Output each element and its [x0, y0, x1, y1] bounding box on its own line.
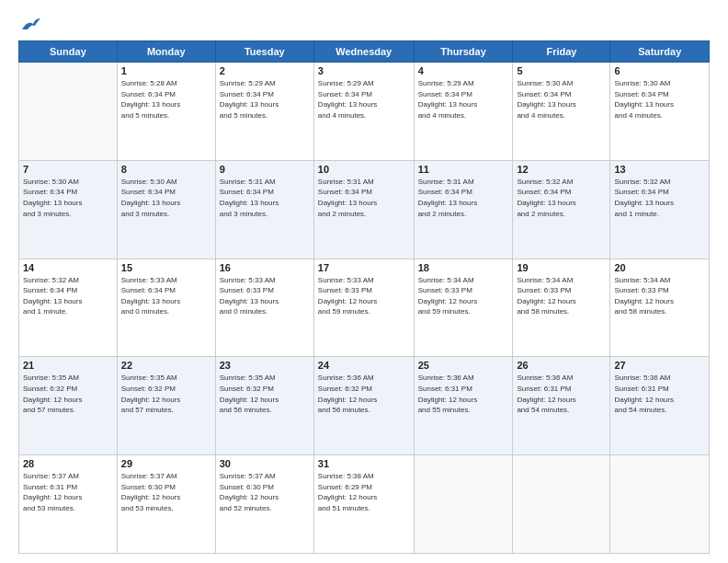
day-header-thursday: Thursday — [414, 41, 513, 63]
day-number: 28 — [23, 458, 113, 469]
calendar-cell: 9Sunrise: 5:31 AM Sunset: 6:34 PM Daylig… — [215, 160, 313, 259]
calendar-cell: 29Sunrise: 5:37 AM Sunset: 6:30 PM Dayli… — [117, 455, 215, 554]
calendar-week-2: 14Sunrise: 5:32 AM Sunset: 6:34 PM Dayli… — [19, 259, 710, 357]
day-number: 16 — [220, 262, 310, 273]
calendar-cell: 12Sunrise: 5:32 AM Sunset: 6:34 PM Dayli… — [513, 160, 610, 259]
cell-info: Sunrise: 5:30 AM Sunset: 6:34 PM Dayligh… — [121, 177, 211, 219]
cell-info: Sunrise: 5:29 AM Sunset: 6:34 PM Dayligh… — [418, 78, 509, 121]
cell-info: Sunrise: 5:30 AM Sunset: 6:34 PM Dayligh… — [23, 177, 113, 219]
calendar-cell: 21Sunrise: 5:35 AM Sunset: 6:32 PM Dayli… — [19, 357, 118, 455]
day-header-wednesday: Wednesday — [313, 41, 414, 63]
calendar-cell: 27Sunrise: 5:36 AM Sunset: 6:31 PM Dayli… — [610, 357, 710, 455]
calendar-week-0: 1Sunrise: 5:28 AM Sunset: 6:34 PM Daylig… — [19, 63, 710, 161]
calendar-cell: 10Sunrise: 5:31 AM Sunset: 6:34 PM Dayli… — [313, 160, 414, 259]
calendar-cell: 4Sunrise: 5:29 AM Sunset: 6:34 PM Daylig… — [414, 63, 513, 161]
day-number: 10 — [318, 164, 410, 175]
logo — [18, 17, 40, 33]
day-number: 21 — [23, 360, 113, 371]
cell-info: Sunrise: 5:33 AM Sunset: 6:34 PM Dayligh… — [121, 275, 211, 317]
calendar-cell: 31Sunrise: 5:38 AM Sunset: 6:29 PM Dayli… — [313, 455, 414, 554]
calendar-table: SundayMondayTuesdayWednesdayThursdayFrid… — [18, 40, 710, 554]
cell-info: Sunrise: 5:37 AM Sunset: 6:31 PM Dayligh… — [23, 471, 113, 513]
cell-info: Sunrise: 5:32 AM Sunset: 6:34 PM Dayligh… — [517, 177, 606, 219]
day-number: 30 — [220, 458, 310, 469]
day-header-sunday: Sunday — [19, 41, 118, 63]
calendar-cell: 6Sunrise: 5:30 AM Sunset: 6:34 PM Daylig… — [610, 63, 710, 161]
calendar-cell: 1Sunrise: 5:28 AM Sunset: 6:34 PM Daylig… — [117, 63, 215, 161]
calendar-cell: 22Sunrise: 5:35 AM Sunset: 6:32 PM Dayli… — [117, 357, 215, 455]
cell-info: Sunrise: 5:32 AM Sunset: 6:34 PM Dayligh… — [23, 275, 113, 317]
day-number: 25 — [418, 360, 509, 371]
cell-info: Sunrise: 5:28 AM Sunset: 6:34 PM Dayligh… — [121, 78, 211, 121]
calendar-cell: 17Sunrise: 5:33 AM Sunset: 6:33 PM Dayli… — [313, 259, 414, 357]
calendar-cell: 28Sunrise: 5:37 AM Sunset: 6:31 PM Dayli… — [19, 455, 118, 554]
day-number: 9 — [220, 164, 310, 175]
day-number: 27 — [614, 360, 705, 371]
day-number: 7 — [23, 164, 113, 175]
day-header-friday: Friday — [513, 41, 610, 63]
calendar-cell: 15Sunrise: 5:33 AM Sunset: 6:34 PM Dayli… — [117, 259, 215, 357]
day-number: 20 — [614, 262, 705, 273]
day-number: 15 — [121, 262, 211, 273]
header — [18, 17, 710, 33]
calendar-cell: 16Sunrise: 5:33 AM Sunset: 6:33 PM Dayli… — [215, 259, 313, 357]
cell-info: Sunrise: 5:30 AM Sunset: 6:34 PM Dayligh… — [614, 78, 705, 121]
day-number: 29 — [121, 458, 211, 469]
day-number: 26 — [517, 360, 606, 371]
page: SundayMondayTuesdayWednesdayThursdayFrid… — [0, 0, 728, 563]
cell-info: Sunrise: 5:34 AM Sunset: 6:33 PM Dayligh… — [614, 275, 705, 317]
day-header-saturday: Saturday — [610, 41, 710, 63]
day-number: 22 — [121, 360, 211, 371]
day-number: 14 — [23, 262, 113, 273]
cell-info: Sunrise: 5:35 AM Sunset: 6:32 PM Dayligh… — [121, 373, 211, 415]
day-number: 11 — [418, 164, 509, 175]
calendar-cell: 26Sunrise: 5:36 AM Sunset: 6:31 PM Dayli… — [513, 357, 610, 455]
calendar-cell — [19, 63, 118, 161]
day-header-monday: Monday — [117, 41, 215, 63]
day-number: 31 — [318, 458, 410, 469]
day-number: 1 — [121, 65, 211, 76]
calendar-cell: 30Sunrise: 5:37 AM Sunset: 6:30 PM Dayli… — [215, 455, 313, 554]
cell-info: Sunrise: 5:37 AM Sunset: 6:30 PM Dayligh… — [220, 471, 310, 513]
cell-info: Sunrise: 5:35 AM Sunset: 6:32 PM Dayligh… — [23, 373, 113, 415]
calendar-header-row: SundayMondayTuesdayWednesdayThursdayFrid… — [19, 41, 710, 63]
cell-info: Sunrise: 5:37 AM Sunset: 6:30 PM Dayligh… — [121, 471, 211, 513]
day-number: 24 — [318, 360, 410, 371]
cell-info: Sunrise: 5:33 AM Sunset: 6:33 PM Dayligh… — [318, 275, 410, 317]
day-header-tuesday: Tuesday — [215, 41, 313, 63]
day-number: 5 — [517, 65, 606, 76]
cell-info: Sunrise: 5:36 AM Sunset: 6:31 PM Dayligh… — [418, 373, 509, 415]
calendar-cell: 18Sunrise: 5:34 AM Sunset: 6:33 PM Dayli… — [414, 259, 513, 357]
cell-info: Sunrise: 5:38 AM Sunset: 6:29 PM Dayligh… — [318, 471, 410, 513]
calendar-cell: 7Sunrise: 5:30 AM Sunset: 6:34 PM Daylig… — [19, 160, 118, 259]
day-number: 23 — [220, 360, 310, 371]
day-number: 13 — [614, 164, 705, 175]
day-number: 6 — [614, 65, 705, 76]
calendar-week-4: 28Sunrise: 5:37 AM Sunset: 6:31 PM Dayli… — [19, 455, 710, 554]
cell-info: Sunrise: 5:34 AM Sunset: 6:33 PM Dayligh… — [418, 275, 509, 317]
day-number: 12 — [517, 164, 606, 175]
cell-info: Sunrise: 5:35 AM Sunset: 6:32 PM Dayligh… — [220, 373, 310, 415]
calendar-week-3: 21Sunrise: 5:35 AM Sunset: 6:32 PM Dayli… — [19, 357, 710, 455]
day-number: 17 — [318, 262, 410, 273]
calendar-cell: 23Sunrise: 5:35 AM Sunset: 6:32 PM Dayli… — [215, 357, 313, 455]
calendar-cell: 2Sunrise: 5:29 AM Sunset: 6:34 PM Daylig… — [215, 63, 313, 161]
cell-info: Sunrise: 5:29 AM Sunset: 6:34 PM Dayligh… — [220, 78, 310, 121]
calendar-week-1: 7Sunrise: 5:30 AM Sunset: 6:34 PM Daylig… — [19, 160, 710, 259]
calendar-cell — [513, 455, 610, 554]
calendar-cell: 3Sunrise: 5:29 AM Sunset: 6:34 PM Daylig… — [313, 63, 414, 161]
cell-info: Sunrise: 5:36 AM Sunset: 6:31 PM Dayligh… — [614, 373, 705, 415]
cell-info: Sunrise: 5:30 AM Sunset: 6:34 PM Dayligh… — [517, 78, 606, 121]
calendar-cell: 20Sunrise: 5:34 AM Sunset: 6:33 PM Dayli… — [610, 259, 710, 357]
cell-info: Sunrise: 5:36 AM Sunset: 6:31 PM Dayligh… — [517, 373, 606, 415]
calendar-cell: 25Sunrise: 5:36 AM Sunset: 6:31 PM Dayli… — [414, 357, 513, 455]
calendar-cell: 8Sunrise: 5:30 AM Sunset: 6:34 PM Daylig… — [117, 160, 215, 259]
calendar-cell — [610, 455, 710, 554]
cell-info: Sunrise: 5:31 AM Sunset: 6:34 PM Dayligh… — [418, 177, 509, 219]
day-number: 19 — [517, 262, 606, 273]
day-number: 8 — [121, 164, 211, 175]
calendar-cell: 14Sunrise: 5:32 AM Sunset: 6:34 PM Dayli… — [19, 259, 118, 357]
cell-info: Sunrise: 5:34 AM Sunset: 6:33 PM Dayligh… — [517, 275, 606, 317]
day-number: 4 — [418, 65, 509, 76]
calendar-cell — [414, 455, 513, 554]
